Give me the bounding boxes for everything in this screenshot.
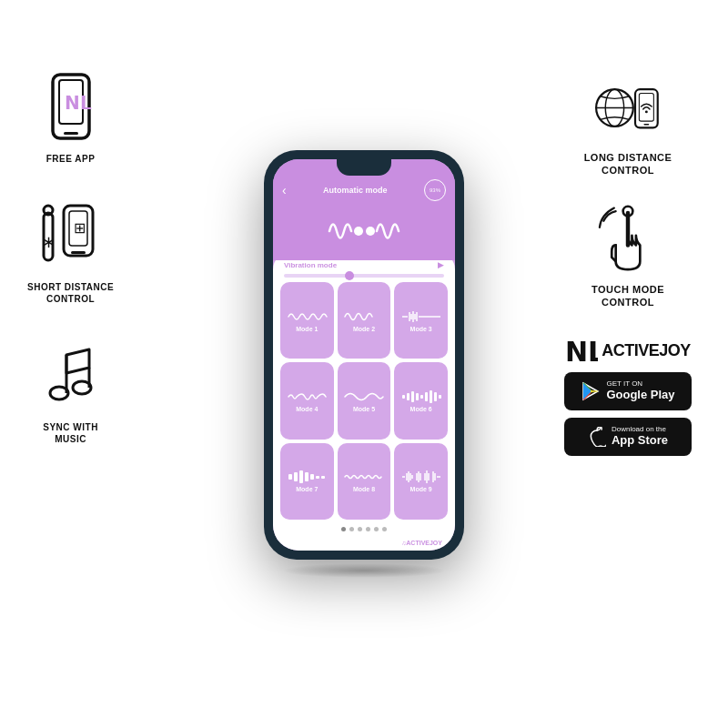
free-app-icon: 𝗡𝗟 bbox=[35, 73, 107, 146]
vibration-mode-row: Vibration mode ▶ bbox=[280, 260, 448, 269]
dot-3 bbox=[358, 527, 362, 531]
activejoy-logo: 𝗡𝗟 ACTIVEJOY bbox=[565, 336, 691, 365]
phone-outer: ‹ Automatic mode 93% bbox=[264, 150, 464, 560]
app-store-text: Download on the App Store bbox=[612, 426, 668, 448]
brand-store-section: 𝗡𝗟 ACTIVEJOY GET IT ON Google Play bbox=[564, 336, 692, 456]
svg-rect-38 bbox=[316, 476, 319, 479]
play-button[interactable]: ▶ bbox=[438, 260, 444, 269]
modes-grid: Mode 1 Mode 2 bbox=[280, 282, 448, 520]
feature-free-app: 𝗡𝗟 FREE APP bbox=[35, 73, 107, 165]
svg-rect-24 bbox=[402, 395, 405, 399]
touch-mode-label: TOUCH MODECONTROL bbox=[592, 283, 664, 309]
svg-point-59 bbox=[645, 110, 648, 113]
app-store-button[interactable]: Download on the App Store bbox=[564, 418, 692, 456]
mode-7-button[interactable]: Mode 7 bbox=[280, 443, 334, 520]
svg-point-5 bbox=[44, 206, 53, 215]
mode-4-button[interactable]: Mode 4 bbox=[280, 362, 334, 439]
feature-touch-mode: TOUCH MODECONTROL bbox=[546, 205, 710, 309]
music-icon bbox=[35, 341, 107, 414]
svg-text:⊞: ⊞ bbox=[74, 220, 86, 236]
phone-shadow bbox=[282, 563, 446, 578]
touch-mode-icon bbox=[592, 205, 664, 278]
long-distance-label: LONG DISTANCECONTROL bbox=[584, 151, 672, 177]
feature-short-distance: ∗ ⊞ SHORT DISTANCECONTROL bbox=[27, 201, 114, 305]
sync-music-label: SYNC WITHMUSIC bbox=[43, 421, 98, 445]
globe-phone-icon bbox=[592, 73, 664, 146]
dot-5 bbox=[374, 527, 379, 531]
phone-notch bbox=[337, 159, 391, 176]
free-app-label: FREE APP bbox=[46, 153, 96, 165]
bluetooth-phone-icon: ∗ ⊞ bbox=[35, 201, 107, 274]
svg-rect-25 bbox=[407, 393, 410, 400]
svg-rect-33 bbox=[288, 474, 292, 480]
back-button[interactable]: ‹ bbox=[282, 183, 287, 197]
svg-rect-34 bbox=[294, 472, 298, 481]
dot-1 bbox=[341, 527, 346, 531]
mode-3-button[interactable]: Mode 3 bbox=[394, 282, 448, 359]
mode-9-button[interactable]: Mode 9 bbox=[394, 443, 448, 520]
svg-point-16 bbox=[366, 227, 375, 236]
svg-rect-36 bbox=[305, 472, 308, 481]
svg-rect-27 bbox=[416, 393, 419, 400]
right-features: LONG DISTANCECONTROL TOUCH MODECONTR bbox=[546, 73, 710, 456]
dot-6 bbox=[382, 527, 387, 531]
svg-text:∗: ∗ bbox=[42, 233, 56, 251]
google-play-button[interactable]: GET IT ON Google Play bbox=[564, 372, 692, 410]
svg-point-15 bbox=[354, 227, 363, 236]
phone-brand-label: ♫ACTIVEJOY bbox=[280, 539, 448, 547]
svg-rect-39 bbox=[321, 476, 325, 479]
mode-6-button[interactable]: Mode 6 bbox=[394, 362, 448, 439]
hero-vibration-icon bbox=[282, 207, 446, 260]
svg-rect-29 bbox=[425, 392, 428, 401]
feature-long-distance: LONG DISTANCECONTROL bbox=[546, 73, 710, 177]
vibration-slider[interactable] bbox=[284, 274, 444, 278]
page-dots bbox=[280, 524, 448, 534]
left-features: 𝗡𝗟 FREE APP ∗ bbox=[27, 73, 114, 445]
short-distance-label: SHORT DISTANCECONTROL bbox=[27, 281, 114, 305]
svg-rect-3 bbox=[64, 132, 78, 135]
feature-sync-music: SYNC WITHMUSIC bbox=[35, 341, 107, 445]
svg-rect-32 bbox=[439, 395, 441, 399]
svg-rect-35 bbox=[299, 470, 303, 483]
screen-title: Automatic mode bbox=[323, 186, 388, 195]
svg-rect-31 bbox=[434, 392, 437, 401]
dot-2 bbox=[349, 527, 354, 531]
svg-rect-28 bbox=[420, 395, 423, 399]
svg-text:𝗡𝗟: 𝗡𝗟 bbox=[565, 337, 598, 365]
svg-rect-60 bbox=[643, 124, 649, 125]
svg-rect-26 bbox=[411, 391, 414, 402]
svg-rect-9 bbox=[71, 251, 86, 254]
brand-name: ACTIVEJOY bbox=[602, 341, 691, 360]
google-play-text: GET IT ON Google Play bbox=[606, 380, 674, 402]
svg-rect-57 bbox=[635, 89, 658, 127]
slider-thumb[interactable] bbox=[345, 271, 354, 280]
mode-2-button[interactable]: Mode 2 bbox=[338, 282, 391, 359]
mode-5-button[interactable]: Mode 5 bbox=[338, 362, 391, 439]
phone-screen: ‹ Automatic mode 93% bbox=[273, 159, 455, 551]
svg-text:𝗡𝗟: 𝗡𝗟 bbox=[65, 93, 92, 113]
svg-rect-30 bbox=[430, 390, 432, 403]
svg-rect-37 bbox=[310, 474, 314, 480]
dot-4 bbox=[366, 527, 370, 531]
mode-1-button[interactable]: Mode 1 bbox=[280, 282, 334, 359]
battery-indicator: 93% bbox=[424, 179, 446, 201]
phone-mockup: ‹ Automatic mode 93% bbox=[264, 150, 464, 578]
mode-8-button[interactable]: Mode 8 bbox=[338, 443, 391, 520]
page: 𝗡𝗟 FREE APP ∗ bbox=[0, 0, 728, 728]
